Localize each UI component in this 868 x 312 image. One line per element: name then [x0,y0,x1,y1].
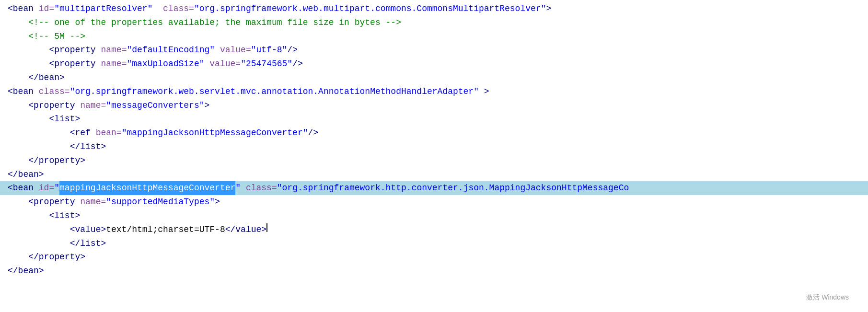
code-line: <!-- 5M --> [0,30,868,44]
code-line: <property name="messageConverters"> [0,99,868,113]
code-line: </bean> [0,264,868,278]
code-editor[interactable]: <bean id="multipartResolver" class="org.… [0,0,868,312]
code-line: <ref bean="mappingJacksonHttpMessageConv… [0,126,868,140]
code-line: <value>text/html;charset=UTF-8</value> [0,223,868,237]
code-line: <list> [0,209,868,223]
code-line: <list> [0,112,868,126]
code-line: <property name="supportedMediaTypes"> [0,195,868,209]
code-line: <property name="defaultEncoding" value="… [0,43,868,57]
code-line-selected: <bean id="mappingJacksonHttpMessageConve… [0,181,868,195]
code-line: <property name="maxUploadSize" value="25… [0,57,868,71]
code-line: </bean> [0,71,868,85]
selected-text: mappingJacksonHttpMessageConverter [59,181,235,195]
code-line: <bean id="multipartResolver" class="org.… [0,2,868,16]
code-line: </list> [0,140,868,154]
code-line: </property> [0,154,868,168]
code-line: <!-- one of the properties available; th… [0,16,868,30]
code-line: <bean class="org.springframework.web.ser… [0,85,868,99]
code-line: </list> [0,237,868,251]
text-cursor [266,223,267,232]
tag-open: <bean [8,2,39,16]
code-line: </property> [0,250,868,264]
watermark: 激活 Windows [806,292,849,302]
code-line: </bean> [0,168,868,182]
